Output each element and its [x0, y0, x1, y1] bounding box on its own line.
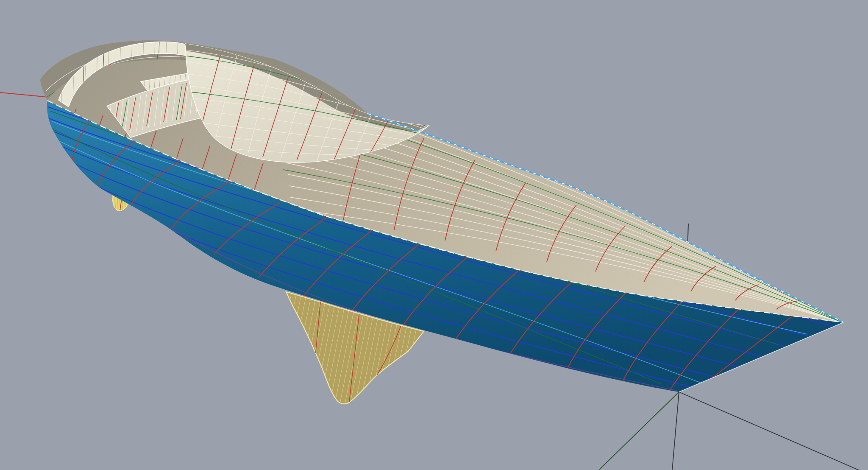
cad-viewport[interactable]: [0, 0, 868, 470]
vertical-construction-line: [672, 392, 679, 470]
y-axis-line: [599, 392, 679, 470]
diagonal-construction-line: [679, 392, 859, 470]
model-canvas[interactable]: [0, 0, 868, 470]
